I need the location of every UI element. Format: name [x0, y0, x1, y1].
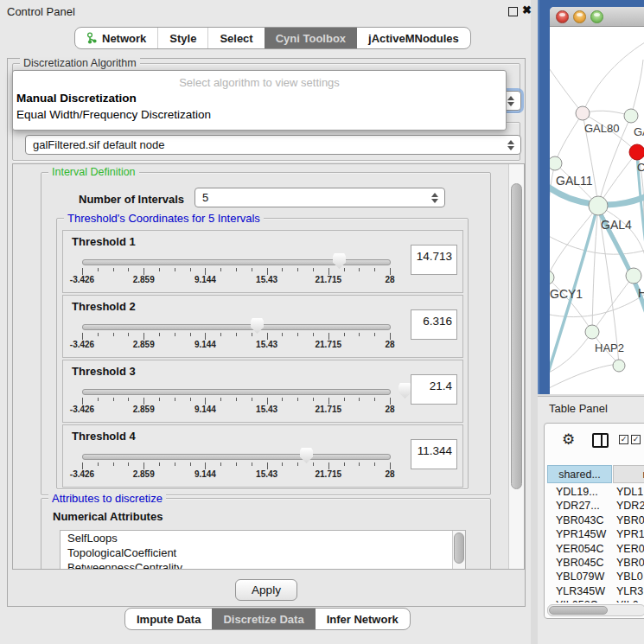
network-canvas[interactable]: GAL80 GA C GAL11 GAL4 GCY1 H HAP2	[550, 27, 644, 394]
node-label-gal80: GAL80	[584, 122, 619, 135]
node-gal11[interactable]	[550, 156, 562, 170]
number-of-intervals-label: Number of Intervals	[79, 193, 184, 206]
bottom-tabbar: Impute Data Discretize Data Infer Networ…	[124, 608, 411, 630]
split-panel-icon[interactable]	[592, 433, 609, 448]
tab-impute-data[interactable]: Impute Data	[125, 609, 212, 629]
slider-thumb[interactable]	[300, 448, 313, 463]
node-red[interactable]	[629, 144, 644, 160]
float-window-icon[interactable]	[508, 7, 518, 16]
screenshot-root: { "control_panel": { "title": "Control P…	[0, 0, 644, 644]
node-label-partial: GA	[634, 125, 644, 138]
tab-infer-network[interactable]: Infer Network	[316, 609, 410, 629]
node-gal80[interactable]	[576, 106, 590, 120]
node-label-partial: C	[637, 161, 644, 174]
node-label-partial: H	[638, 286, 644, 300]
group-title: Attributes to discretize	[48, 492, 166, 505]
group-title: Discretization Algorithm	[20, 57, 140, 69]
table-row[interactable]: YLR345WYLR3	[547, 585, 644, 599]
checkbox-icon[interactable]: ✓	[619, 435, 628, 444]
tab-style[interactable]: Style	[157, 28, 207, 48]
slider-track[interactable]	[82, 324, 391, 330]
node-small-bottom[interactable]	[613, 360, 625, 372]
table-row[interactable]: YBL079WYBL0	[547, 571, 644, 584]
thresholds-group: Threshold's Coordinates for 5 Intervals …	[56, 218, 469, 489]
top-tabbar: Network Style Select Cyni Toolbox jActiv…	[74, 27, 471, 49]
dropdown-option-equal-width[interactable]: Equal Width/Frequency Discretization	[13, 105, 506, 122]
list-scrollbar[interactable]	[452, 531, 465, 570]
table-panel-box: ⚙ ✓ ✓ shared... n YDL19...YDL1 YDR27...Y…	[544, 423, 644, 619]
numerical-attributes-list[interactable]: SelfLoops TopologicalCoefficient Between…	[60, 530, 466, 570]
slider-track[interactable]	[82, 389, 391, 395]
network-inner-window: GAL80 GA C GAL11 GAL4 GCY1 H HAP2	[550, 7, 644, 394]
table-row[interactable]: YIL052CYIL0	[547, 599, 644, 603]
horizontal-scrollbar[interactable]	[547, 604, 644, 616]
list-item[interactable]: SelfLoops	[61, 531, 465, 545]
threshold-panel-3: Threshold 3 -3.426 2.859 9.144 15.43 21.…	[62, 360, 463, 423]
table-row[interactable]: YBR045CYBR0	[547, 557, 644, 571]
tab-label: Network	[102, 32, 146, 45]
table-row[interactable]: YBR043CYBR0	[547, 514, 644, 528]
numerical-attributes-label: Numerical Attributes	[53, 510, 163, 523]
slider-thumb[interactable]	[251, 318, 264, 334]
table-row[interactable]: YPR145WYPR1	[547, 528, 644, 542]
table-row[interactable]: YDR27...YDR2	[547, 500, 644, 513]
node-gcy1[interactable]	[550, 271, 554, 284]
slider-ticks	[82, 268, 390, 275]
zoom-traffic-light[interactable]	[590, 10, 603, 23]
cyni-content-frame: Discretization Algorithm Select algorith…	[7, 58, 526, 607]
scrollbar-thumb[interactable]	[549, 606, 608, 615]
combo-arrows-icon	[430, 188, 440, 207]
close-icon[interactable]: ✖	[522, 3, 532, 16]
network-icon	[86, 32, 98, 45]
tab-select[interactable]: Select	[207, 28, 264, 48]
threshold-value-field[interactable]: 6.316	[411, 309, 457, 340]
dropdown-hint: Select algorithm to view settings	[13, 71, 506, 89]
node-gal4[interactable]	[589, 196, 608, 215]
minimize-traffic-light[interactable]	[573, 10, 586, 23]
node-h[interactable]	[626, 268, 641, 284]
gear-icon[interactable]: ⚙	[562, 430, 575, 449]
table-panel-title: Table Panel	[549, 402, 608, 415]
scrollbar-thumb[interactable]	[454, 532, 464, 564]
node-label-gcy1: GCY1	[550, 287, 583, 301]
combo-arrows-icon	[506, 92, 516, 110]
group-title: Threshold's Coordinates for 5 Intervals	[64, 212, 264, 225]
group-title: Interval Definition	[48, 166, 139, 178]
vertical-scrollbar[interactable]	[508, 164, 524, 569]
table-rows: YDL19...YDL1 YDR27...YDR2 YBR043CYBR0 YP…	[547, 486, 644, 603]
column-header-name[interactable]: n	[613, 465, 644, 483]
tab-discretize-data[interactable]: Discretize Data	[212, 609, 315, 629]
scrollbar-thumb[interactable]	[511, 183, 522, 489]
column-header-shared[interactable]: shared...	[547, 465, 612, 483]
apply-button[interactable]: Apply	[235, 579, 297, 601]
slider-thumb[interactable]	[333, 253, 346, 269]
node-label-gal4: GAL4	[601, 218, 632, 232]
threshold-value-field[interactable]: 21.4	[411, 374, 457, 405]
interval-definition-group: Interval Definition Number of Intervals …	[41, 172, 491, 495]
table-row[interactable]: YER054CYER0	[547, 543, 644, 557]
list-item[interactable]: BetweennessCentrality	[61, 560, 465, 570]
threshold-panel-2: Threshold 2 -3.426 2.859 9.144 15.43 21.…	[62, 295, 463, 358]
table-panel: Table Panel ⚙ ✓ ✓ shared... n YDL19...YD…	[538, 396, 644, 644]
tab-jactivemnodules[interactable]: jActiveMNodules	[357, 28, 470, 48]
list-item[interactable]: TopologicalCoefficient	[61, 545, 465, 560]
threshold-value-field[interactable]: 11.344	[411, 439, 457, 469]
tab-cyni-toolbox[interactable]: Cyni Toolbox	[265, 28, 357, 48]
tab-network[interactable]: Network	[75, 28, 157, 48]
node-hap2[interactable]	[585, 325, 599, 339]
close-traffic-light[interactable]	[556, 10, 569, 23]
number-of-intervals-combobox[interactable]: 5	[194, 188, 445, 207]
slider-track[interactable]	[82, 454, 391, 460]
node-label-hap2: HAP2	[595, 341, 624, 354]
window-titlebar[interactable]	[550, 7, 644, 27]
table-data-combobox[interactable]: galFiltered.sif default node	[25, 135, 521, 155]
slider-thumb[interactable]	[399, 383, 411, 399]
checkbox-icon[interactable]: ✓	[631, 435, 641, 444]
table-row[interactable]: YDL19...YDL1	[547, 486, 644, 500]
panel-title: Control Panel	[7, 5, 75, 18]
algorithm-dropdown-popup: Select algorithm to view settings Manual…	[12, 70, 507, 131]
node-partial-top[interactable]	[624, 109, 638, 123]
threshold-panel-1: Threshold 1 -3.426 2.859 9.144 15.43 21.…	[62, 230, 463, 293]
threshold-value-field[interactable]: 14.713	[411, 245, 457, 275]
dropdown-option-manual[interactable]: Manual Discretization	[13, 89, 506, 105]
